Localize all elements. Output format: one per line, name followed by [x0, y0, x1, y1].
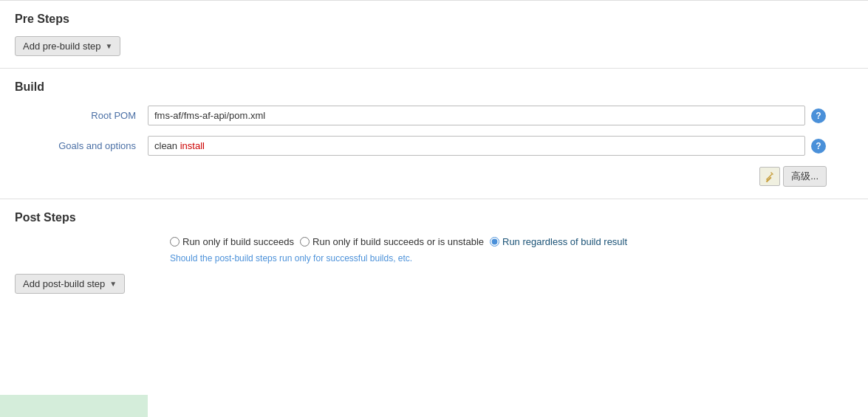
dropdown-arrow-icon: ▼ — [106, 42, 113, 50]
root-pom-input[interactable] — [148, 106, 805, 125]
radio-option-success-only[interactable]: Run only if build succeeds — [170, 236, 294, 247]
post-dropdown-arrow-icon: ▼ — [109, 280, 117, 288]
goals-red-text: install — [180, 140, 205, 151]
radio-unstable-input[interactable] — [300, 237, 310, 247]
radio-unstable-label: Run only if build succeeds or is unstabl… — [312, 236, 484, 247]
radio-success-only-label: Run only if build succeeds — [182, 236, 294, 247]
radio-success-only-input[interactable] — [170, 237, 180, 247]
build-section: Build Root POM ? Goals and options clean… — [0, 69, 868, 199]
post-steps-radio-row: Run only if build succeeds Run only if b… — [170, 236, 853, 247]
add-post-build-step-label: Add post-build step — [23, 278, 105, 289]
advanced-button[interactable]: 高级... — [783, 166, 827, 187]
goals-help-icon[interactable]: ? — [811, 139, 826, 154]
root-pom-row: Root POM ? — [15, 106, 853, 125]
page-container: Pre Steps Add pre-build step ▼ Build Roo… — [0, 0, 868, 417]
add-pre-build-step-label: Add pre-build step — [23, 41, 101, 52]
edit-icon-button[interactable] — [759, 167, 780, 186]
goals-options-input-display[interactable]: clean install — [148, 136, 805, 156]
add-post-build-step-button[interactable]: Add post-build step ▼ — [15, 274, 125, 294]
pre-steps-section: Pre Steps Add pre-build step ▼ — [0, 1, 868, 69]
edit-pencil-icon — [764, 170, 776, 182]
add-pre-build-step-button[interactable]: Add pre-build step ▼ — [15, 36, 120, 56]
radio-option-unstable[interactable]: Run only if build succeeds or is unstabl… — [300, 236, 484, 247]
goals-clean-text: clean — [154, 140, 180, 151]
post-steps-title: Post Steps — [15, 211, 853, 224]
post-steps-hint: Should the post-build steps run only for… — [170, 253, 853, 263]
advanced-row: 高级... — [15, 166, 853, 187]
radio-regardless-input[interactable] — [490, 237, 499, 247]
radio-option-regardless[interactable]: Run regardless of build result — [490, 236, 627, 247]
pre-steps-title: Pre Steps — [15, 13, 853, 26]
bottom-bar — [0, 395, 148, 417]
root-pom-label: Root POM — [15, 110, 148, 121]
radio-regardless-label: Run regardless of build result — [502, 236, 627, 247]
post-steps-section: Post Steps Run only if build succeeds Ru… — [0, 199, 868, 306]
goals-options-row: Goals and options clean install ? — [15, 136, 853, 156]
goals-options-label: Goals and options — [15, 140, 148, 151]
root-pom-help-icon[interactable]: ? — [811, 108, 826, 123]
build-title: Build — [15, 80, 853, 94]
